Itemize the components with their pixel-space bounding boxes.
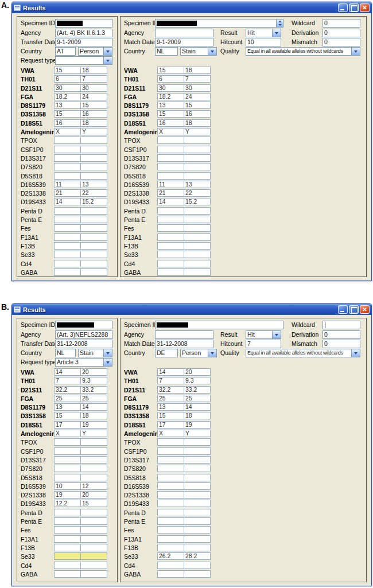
allele-value-cell[interactable] xyxy=(80,535,107,543)
allele-value-cell[interactable]: 22 xyxy=(80,189,107,197)
allele-value-cell[interactable] xyxy=(80,456,107,464)
allele-value-cell[interactable] xyxy=(157,224,184,232)
allele-value-cell[interactable] xyxy=(54,456,81,464)
dropdown-arrow-icon[interactable] xyxy=(103,48,112,55)
allele-value-cell[interactable]: 13 xyxy=(54,403,81,411)
allele-value-cell[interactable] xyxy=(80,526,107,534)
allele-value-cell[interactable] xyxy=(184,447,211,455)
allele-value-cell[interactable] xyxy=(184,260,211,267)
allele-value-cell[interactable]: X xyxy=(54,430,81,437)
derivation-field[interactable]: 0 xyxy=(323,29,360,37)
allele-value-cell[interactable] xyxy=(157,154,184,162)
allele-value-cell[interactable]: 11 xyxy=(157,181,184,188)
allele-value-cell[interactable]: 9.3 xyxy=(184,377,211,384)
allele-value-cell[interactable]: 28.2 xyxy=(184,552,211,560)
allele-value-cell[interactable]: 9.3 xyxy=(80,377,107,384)
allele-value-cell[interactable] xyxy=(54,224,81,232)
allele-value-cell[interactable] xyxy=(184,474,211,481)
allele-value-cell[interactable] xyxy=(54,172,81,180)
allele-value-cell[interactable] xyxy=(157,438,184,446)
allele-value-cell[interactable] xyxy=(54,260,81,267)
minimize-icon[interactable] xyxy=(338,305,348,314)
close-icon[interactable] xyxy=(360,3,370,12)
dropdown-arrow-icon[interactable] xyxy=(208,349,216,357)
allele-value-cell[interactable]: 15 xyxy=(80,102,107,109)
allele-value-cell[interactable] xyxy=(54,137,81,144)
allele-value-cell[interactable]: 11 xyxy=(54,181,81,188)
allele-value-cell[interactable] xyxy=(80,268,107,276)
wildcard-field[interactable] xyxy=(323,321,360,329)
allele-value-cell[interactable] xyxy=(184,535,211,543)
request-type-dropdown[interactable] xyxy=(55,56,112,65)
request-type-dropdown[interactable]: Article 3 xyxy=(55,358,112,367)
allele-value-cell[interactable] xyxy=(80,474,107,481)
allele-value-cell[interactable]: 13 xyxy=(54,102,81,109)
allele-value-cell[interactable] xyxy=(184,137,211,144)
match-date-field[interactable]: 9-1-2009 xyxy=(155,38,213,46)
allele-value-cell[interactable]: 15.2 xyxy=(80,198,107,205)
allele-value-cell[interactable]: 21 xyxy=(54,189,81,197)
allele-value-cell[interactable]: 20 xyxy=(184,368,211,376)
allele-value-cell[interactable]: 13 xyxy=(157,102,184,109)
country-code-field[interactable]: DE xyxy=(155,349,178,357)
allele-value-cell[interactable] xyxy=(184,268,211,276)
specimen-id-field[interactable] xyxy=(55,321,112,329)
allele-value-cell[interactable]: 15.2 xyxy=(184,198,211,205)
allele-value-cell[interactable]: 7 xyxy=(184,75,211,83)
allele-value-cell[interactable] xyxy=(80,517,107,525)
allele-value-cell[interactable] xyxy=(184,544,211,551)
allele-value-cell[interactable]: 13 xyxy=(157,403,184,411)
specimen-id-field[interactable] xyxy=(55,19,112,28)
allele-value-cell[interactable] xyxy=(54,233,81,241)
allele-value-cell[interactable]: 19 xyxy=(80,421,107,429)
allele-value-cell[interactable] xyxy=(80,207,107,215)
allele-value-cell[interactable] xyxy=(184,242,211,250)
allele-value-cell[interactable] xyxy=(184,517,211,525)
allele-value-cell[interactable]: 25 xyxy=(54,395,81,402)
allele-value-cell[interactable]: 7 xyxy=(54,377,81,384)
allele-value-cell[interactable]: 20 xyxy=(80,491,107,499)
allele-value-cell[interactable] xyxy=(157,163,184,170)
allele-value-cell[interactable] xyxy=(157,465,184,472)
allele-value-cell[interactable] xyxy=(184,163,211,170)
allele-value-cell[interactable]: 14 xyxy=(157,198,184,205)
hitcount-field[interactable]: 10 xyxy=(246,38,281,46)
result-dropdown[interactable]: Hit xyxy=(246,330,281,339)
allele-value-cell[interactable] xyxy=(184,207,211,215)
allele-value-cell[interactable] xyxy=(80,224,107,232)
transfer-date-field[interactable]: 9-1-2009 xyxy=(55,38,112,46)
maximize-icon[interactable] xyxy=(349,3,359,12)
allele-value-cell[interactable]: 30 xyxy=(157,84,184,92)
allele-value-cell[interactable]: 14 xyxy=(54,198,81,205)
transfer-date-field[interactable]: 31-12-2008 xyxy=(55,340,112,348)
match-date-field[interactable]: 31-12-2008 xyxy=(155,340,213,348)
dropdown-arrow-icon[interactable] xyxy=(103,57,112,64)
allele-value-cell[interactable] xyxy=(80,465,107,472)
allele-value-cell[interactable] xyxy=(157,500,184,507)
agency-field[interactable] xyxy=(155,330,213,339)
allele-value-cell[interactable]: 18 xyxy=(184,67,211,74)
allele-value-cell[interactable]: 22 xyxy=(184,189,211,197)
allele-value-cell[interactable]: 13 xyxy=(184,181,211,188)
allele-value-cell[interactable]: 12.2 xyxy=(54,500,81,507)
allele-value-cell[interactable] xyxy=(184,562,211,569)
allele-value-cell[interactable] xyxy=(157,137,184,144)
allele-value-cell[interactable]: X xyxy=(157,128,184,135)
allele-value-cell[interactable]: 24 xyxy=(80,93,107,100)
country-code-field[interactable]: AT xyxy=(55,47,76,56)
allele-value-cell[interactable] xyxy=(54,517,81,525)
allele-value-cell[interactable] xyxy=(157,456,184,464)
country-code-field[interactable]: NL xyxy=(155,47,178,56)
allele-value-cell[interactable] xyxy=(184,491,211,499)
allele-value-cell[interactable]: 16 xyxy=(157,119,184,127)
allele-value-cell[interactable] xyxy=(157,570,184,578)
dropdown-arrow-icon[interactable] xyxy=(272,29,281,37)
allele-value-cell[interactable] xyxy=(157,535,184,543)
allele-value-cell[interactable] xyxy=(80,146,107,153)
allele-value-cell[interactable] xyxy=(80,260,107,267)
allele-value-cell[interactable]: 17 xyxy=(157,421,184,429)
allele-value-cell[interactable] xyxy=(157,216,184,223)
country-type-dropdown[interactable]: Person xyxy=(180,349,217,357)
allele-value-cell[interactable]: 14 xyxy=(184,403,211,411)
country-type-dropdown[interactable]: Person xyxy=(78,47,112,56)
